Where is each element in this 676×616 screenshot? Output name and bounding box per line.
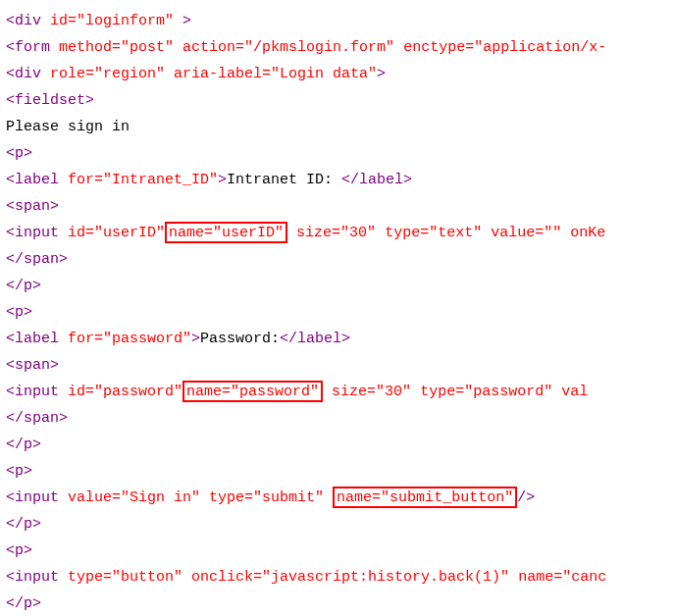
code-token: <p> <box>6 304 32 321</box>
code-token: value="" <box>491 225 561 241</box>
code-token: role="region" <box>50 66 165 82</box>
code-token: enctype="application/x- <box>403 39 606 56</box>
code-token: <input <box>6 384 68 400</box>
code-token <box>561 225 570 241</box>
code-line: <p> <box>6 299 670 326</box>
code-line: </p> <box>6 511 670 538</box>
code-line: <label for="password">Password:</label> <box>6 326 670 352</box>
code-token: Please sign in <box>6 119 130 135</box>
code-token <box>376 225 385 241</box>
code-token: </p> <box>6 516 41 533</box>
highlight-box: name="userID" <box>165 222 287 243</box>
code-line: <span> <box>6 193 670 220</box>
code-token: aria-label="Login data" <box>174 66 377 82</box>
code-token: Password: <box>200 331 280 347</box>
code-token: <span> <box>6 357 59 374</box>
code-token: value="Sign in" <box>68 489 200 506</box>
code-token: </p> <box>6 595 41 612</box>
code-line: <p> <box>6 458 670 485</box>
code-token: onKe <box>570 225 605 241</box>
code-line: </p> <box>6 590 670 616</box>
code-line: Please sign in <box>6 114 670 140</box>
code-line: <input id="userID"name="userID" size="30… <box>6 220 670 246</box>
code-token: <input <box>6 489 68 506</box>
code-line: <form method="post" action="/pkmslogin.f… <box>6 34 670 61</box>
code-token: </p> <box>6 278 41 294</box>
code-token: <p> <box>6 542 32 559</box>
code-line: </p> <box>6 273 670 299</box>
code-token: name="canc <box>518 569 606 586</box>
code-token: </label> <box>341 172 412 188</box>
code-token: <label <box>6 331 68 347</box>
code-token: <label <box>6 172 68 188</box>
code-token: method="post" <box>59 39 174 56</box>
code-line: <fieldset> <box>6 87 670 114</box>
code-token <box>324 489 333 506</box>
code-token: <span> <box>6 198 59 215</box>
code-token: Intranet ID: <box>227 172 341 188</box>
code-token: type="text" <box>385 225 482 241</box>
code-token: <div <box>6 66 50 82</box>
code-line: <div id="loginform" > <box>6 8 670 34</box>
code-token: > <box>174 13 191 29</box>
code-line: <span> <box>6 352 670 379</box>
code-token <box>182 569 191 586</box>
code-line: <p> <box>6 538 670 564</box>
code-token: type="button" <box>68 569 182 586</box>
code-token: </label> <box>280 331 350 347</box>
code-token <box>411 384 420 400</box>
code-token <box>200 489 209 506</box>
code-token: id="password" <box>68 384 182 400</box>
code-token: <p> <box>6 463 32 480</box>
code-token: type="password" <box>420 384 552 400</box>
code-token: action="/pkmslogin.form" <box>182 39 394 56</box>
code-line: <input id="password"name="password" size… <box>6 379 670 405</box>
code-token: </span> <box>6 410 68 427</box>
code-token: </p> <box>6 436 41 453</box>
code-token: <form <box>6 39 59 56</box>
code-line: <div role="region" aria-label="Login dat… <box>6 61 670 87</box>
code-token: onclick="javascript:history.back(1)" <box>191 569 509 586</box>
code-token: <input <box>6 225 68 241</box>
code-token: <input <box>6 569 68 586</box>
code-token <box>509 569 518 586</box>
code-block: <div id="loginform" ><form method="post"… <box>6 8 670 616</box>
code-line: </span> <box>6 405 670 432</box>
highlight-box: name="password" <box>182 381 323 402</box>
code-token: <p> <box>6 145 32 162</box>
code-token: /> <box>517 489 535 506</box>
code-token: <fieldset> <box>6 92 94 109</box>
code-token <box>482 225 491 241</box>
code-token: for="password" <box>68 331 191 347</box>
code-token <box>394 39 403 56</box>
code-token: <div <box>6 13 50 29</box>
code-token: type="submit" <box>209 489 324 506</box>
code-token: > <box>191 331 200 347</box>
code-token: size="30" <box>296 225 376 241</box>
code-token: > <box>218 172 227 188</box>
code-token <box>165 66 174 82</box>
code-line: </p> <box>6 432 670 458</box>
code-token: for="Intranet_ID" <box>68 172 218 188</box>
code-token <box>287 225 296 241</box>
code-line: <input type="button" onclick="javascript… <box>6 564 670 590</box>
code-line: <p> <box>6 140 670 167</box>
code-token: </span> <box>6 251 68 268</box>
code-line: <input value="Sign in" type="submit" nam… <box>6 485 670 511</box>
code-token: val <box>561 384 588 400</box>
code-token: > <box>377 66 386 82</box>
code-token: size="30" <box>332 384 411 400</box>
code-token <box>174 39 182 56</box>
code-line: <label for="Intranet_ID">Intranet ID: </… <box>6 167 670 193</box>
code-line: </span> <box>6 246 670 273</box>
code-token: id="loginform" <box>50 13 174 29</box>
code-token <box>323 384 332 400</box>
highlight-box: name="submit_button" <box>333 487 517 508</box>
code-token <box>552 384 561 400</box>
code-token: id="userID" <box>68 225 165 241</box>
